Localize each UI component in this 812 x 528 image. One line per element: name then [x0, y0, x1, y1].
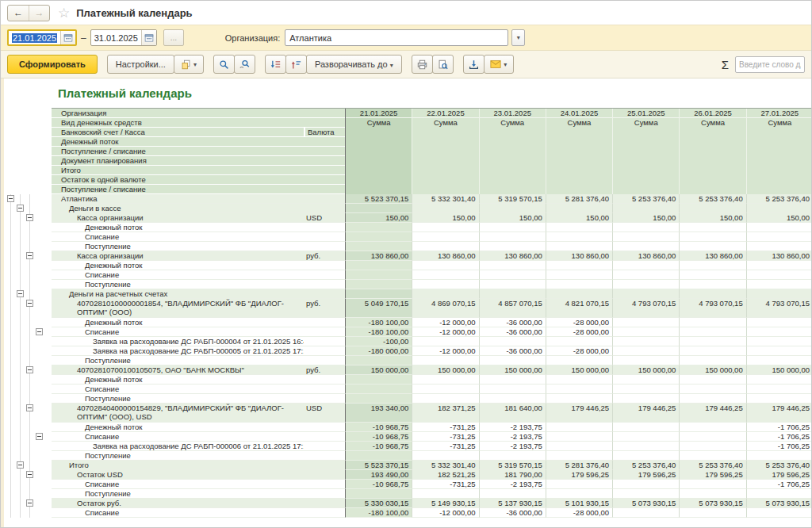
row-label[interactable]: Денежный поток [52, 375, 304, 385]
cell-value[interactable] [746, 242, 811, 251]
cell-value[interactable] [612, 204, 679, 213]
cell-value[interactable] [679, 232, 745, 242]
cell-value[interactable] [546, 489, 612, 499]
cell-value[interactable] [479, 223, 546, 232]
cell-value[interactable]: 130 860,00 [412, 251, 478, 261]
cell-value[interactable]: -731,25 [412, 423, 478, 432]
cell-value[interactable] [612, 423, 679, 432]
cell-value[interactable] [546, 451, 612, 461]
cell-value[interactable] [679, 356, 745, 365]
collapse-group-icon[interactable] [26, 404, 33, 411]
cell-value[interactable]: -28 000,00 [546, 346, 612, 356]
row-currency[interactable] [304, 423, 345, 432]
cell-value[interactable] [612, 432, 679, 442]
cell-value[interactable]: 5 319 570,15 [479, 461, 546, 470]
cell-value[interactable]: 4 793 070,15 [746, 299, 811, 318]
cell-value[interactable]: 150,00 [412, 213, 478, 223]
cell-value[interactable] [479, 385, 546, 394]
cell-value[interactable]: -180 100,00 [345, 327, 412, 337]
cell-value[interactable] [612, 442, 679, 451]
row-label[interactable]: Списание [52, 432, 304, 442]
cell-value[interactable] [746, 356, 811, 365]
row-currency[interactable] [304, 327, 345, 337]
collapse-group-icon[interactable] [26, 214, 33, 221]
date-column-header[interactable]: 21.01.2025Сумма [345, 109, 412, 194]
cell-value[interactable]: 5 253 376,40 [679, 461, 745, 470]
cell-value[interactable]: 5 137 930,15 [479, 499, 546, 508]
cell-value[interactable]: -36 000,00 [479, 327, 546, 337]
cell-value[interactable]: -36 000,00 [479, 318, 546, 327]
cell-value[interactable] [679, 327, 745, 337]
cell-value[interactable] [546, 223, 612, 232]
cell-value[interactable] [479, 242, 546, 251]
row-currency[interactable] [304, 194, 345, 204]
row-label[interactable]: Денежный поток [52, 223, 304, 232]
cell-value[interactable]: 5 073 930,15 [679, 499, 745, 508]
row-currency[interactable] [304, 461, 345, 470]
cell-value[interactable] [412, 394, 478, 404]
row-currency[interactable] [304, 337, 345, 346]
calendar-icon[interactable] [60, 31, 75, 44]
organization-dropdown-button[interactable]: ▾ [511, 29, 525, 46]
cell-value[interactable]: 5 073 930,15 [746, 499, 811, 508]
cell-value[interactable]: 5 101 930,15 [546, 499, 612, 508]
cell-value[interactable] [746, 261, 811, 270]
cell-value[interactable] [746, 508, 811, 518]
cell-value[interactable] [546, 204, 612, 213]
cell-value[interactable]: -10 968,75 [345, 432, 412, 442]
cell-value[interactable] [479, 261, 546, 270]
cell-value[interactable] [546, 232, 612, 242]
row-currency[interactable] [304, 480, 345, 489]
collapse-group-icon[interactable] [26, 366, 33, 373]
cell-value[interactable]: 150,00 [345, 213, 412, 223]
row-label[interactable]: Заявка на расходование ДС РАБП-000005 от… [52, 346, 304, 356]
cell-value[interactable] [612, 337, 679, 346]
collapse-group-icon[interactable] [26, 300, 33, 307]
back-button[interactable]: ← [8, 6, 29, 21]
header-row-label[interactable]: Поступление / списание [52, 147, 345, 155]
row-currency[interactable] [304, 289, 345, 299]
row-currency[interactable] [304, 261, 345, 270]
cell-value[interactable] [345, 261, 412, 270]
cell-value[interactable]: -731,25 [412, 432, 478, 442]
cell-value[interactable] [679, 270, 745, 280]
cell-value[interactable] [479, 232, 546, 242]
cell-value[interactable] [612, 394, 679, 404]
cell-value[interactable]: -36 000,00 [479, 346, 546, 356]
collapse-group-icon[interactable] [17, 290, 24, 297]
cell-value[interactable] [612, 270, 679, 280]
cell-value[interactable] [679, 223, 745, 232]
cell-value[interactable]: -12 000,00 [412, 318, 478, 327]
cell-value[interactable]: 4 821 070,15 [546, 299, 612, 318]
collapse-group-icon[interactable] [17, 205, 24, 212]
cell-value[interactable]: 5 281 376,40 [546, 461, 612, 470]
cell-value[interactable] [412, 489, 478, 499]
cell-value[interactable]: -180 100,00 [345, 508, 412, 518]
row-label[interactable]: Деньги в кассе [52, 204, 304, 213]
cell-value[interactable] [746, 223, 811, 232]
cell-value[interactable]: 150 000,00 [679, 365, 745, 375]
row-currency[interactable]: руб. [304, 299, 345, 318]
cell-value[interactable] [412, 242, 478, 251]
cell-value[interactable]: -2 193,75 [479, 423, 546, 432]
cell-value[interactable] [612, 385, 679, 394]
cell-value[interactable] [746, 327, 811, 337]
cell-value[interactable] [746, 270, 811, 280]
header-row-label[interactable]: Поступление / списание [52, 185, 345, 193]
cell-value[interactable]: 150 000,00 [546, 365, 612, 375]
cell-value[interactable]: 150 000,00 [479, 365, 546, 375]
cell-value[interactable]: 179 596,25 [546, 470, 612, 480]
row-label[interactable]: Итого [52, 461, 304, 470]
row-label[interactable]: Денежный поток [52, 261, 304, 270]
cell-value[interactable]: 179 596,25 [612, 470, 679, 480]
filter-input[interactable] [735, 56, 805, 73]
row-currency[interactable] [304, 232, 345, 242]
report-variants-button[interactable]: ▾ [174, 55, 204, 74]
cell-value[interactable]: 5 330 030,15 [345, 499, 412, 508]
cell-value[interactable] [679, 489, 745, 499]
period-more-button[interactable]: ... [163, 29, 184, 46]
row-label[interactable]: Списание [52, 270, 304, 280]
cell-value[interactable]: 150,00 [746, 213, 811, 223]
favorite-star-icon[interactable]: ☆ [58, 5, 70, 21]
row-label[interactable]: Денежный поток [52, 318, 304, 327]
